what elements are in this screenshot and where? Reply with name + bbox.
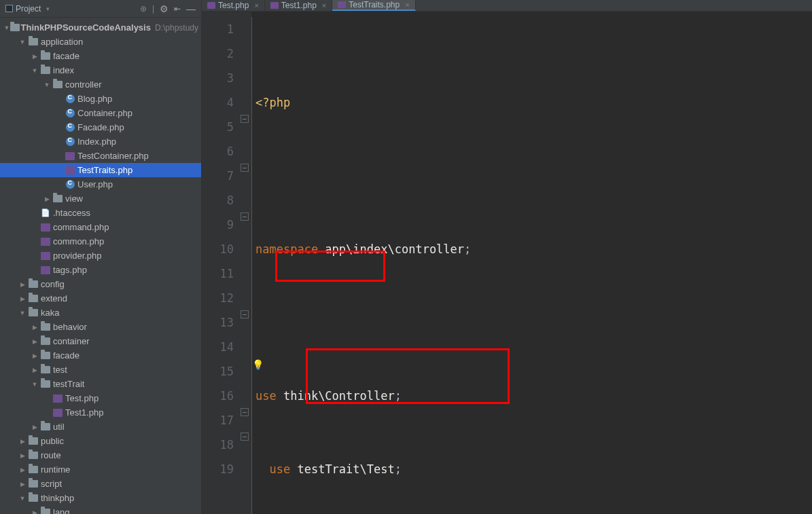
tree-label: testTrait	[53, 379, 84, 389]
line-number: 14	[202, 335, 234, 359]
editor-body: 12345678910111213141516171819 − − − − − …	[202, 12, 812, 514]
folder-icon	[29, 295, 38, 302]
tree-item[interactable]: ▶config	[0, 277, 201, 291]
tree-item[interactable]: ▶route	[0, 448, 201, 462]
chevron-right-icon[interactable]: ▶	[18, 438, 27, 445]
tree-item[interactable]: ▶lang	[0, 505, 201, 514]
tree-item[interactable]: provider.php	[0, 249, 201, 263]
tree-item[interactable]: TestTraits.php	[0, 163, 201, 177]
chevron-right-icon[interactable]: ▶	[18, 481, 27, 488]
close-icon[interactable]: ×	[254, 1, 258, 10]
tree-item[interactable]: Facade.php	[0, 120, 201, 134]
tree-item[interactable]: ▼kaka	[0, 306, 201, 320]
tab-label: Test.php	[218, 1, 249, 10]
collapse-icon[interactable]: ⇤	[174, 4, 181, 14]
fold-column: − − − − − − 💡	[239, 12, 251, 514]
gear-icon[interactable]: ⚙	[160, 3, 169, 14]
fold-icon[interactable]: −	[241, 433, 249, 441]
tree-label: util	[53, 422, 65, 432]
project-sidebar: Project ▾ ⊕ | ⚙ ⇤ — ▼ ThinkPHPSourceCode…	[0, 0, 202, 514]
line-number: 9	[202, 213, 234, 237]
tree-root[interactable]: ▼ ThinkPHPSourceCodeAnalysis D:\phpstudy	[0, 20, 201, 35]
tree-item[interactable]: command.php	[0, 220, 201, 234]
tree-item[interactable]: ▶util	[0, 420, 201, 434]
folder-icon	[53, 195, 63, 202]
tree-item[interactable]: common.php	[0, 234, 201, 249]
tree-label: TestTraits.php	[77, 165, 133, 175]
fold-icon[interactable]: −	[241, 408, 249, 416]
chevron-right-icon[interactable]: ▶	[18, 466, 27, 473]
tree-item[interactable]: ▶behavior	[0, 320, 201, 334]
tree-item[interactable]: ▶public	[0, 434, 201, 448]
fold-icon[interactable]: −	[241, 164, 249, 172]
tree-item[interactable]: ▼testTrait	[0, 377, 201, 391]
chevron-right-icon[interactable]: ▶	[30, 509, 39, 515]
chevron-down-icon[interactable]: ▼	[18, 310, 27, 316]
chevron-down-icon[interactable]: ▼	[30, 381, 39, 388]
tree-item[interactable]: ▶facade	[0, 49, 201, 63]
folder-icon	[29, 280, 38, 288]
code-area[interactable]: <?php namespace app\index\controller; us…	[251, 12, 812, 514]
editor-tab[interactable]: TestTraits.php×	[332, 0, 415, 11]
tree-item[interactable]: ▶facade	[0, 348, 201, 363]
hide-icon[interactable]: —	[186, 3, 196, 14]
close-icon[interactable]: ×	[322, 1, 326, 10]
chevron-down-icon[interactable]: ▼	[42, 81, 52, 88]
tree-item[interactable]: 📄.htaccess	[0, 206, 201, 220]
tree-item[interactable]: ▶runtime	[0, 462, 201, 477]
tree-item[interactable]: Test.php	[0, 391, 201, 405]
tree-label: behavior	[53, 322, 87, 332]
tree-item[interactable]: ▼application	[0, 35, 201, 49]
tree-item[interactable]: Container.php	[0, 106, 201, 120]
chevron-right-icon[interactable]: ▶	[18, 281, 27, 288]
chevron-right-icon[interactable]: ▶	[30, 324, 39, 331]
chevron-down-icon[interactable]: ▼	[18, 495, 27, 502]
folder-icon	[41, 337, 50, 345]
tree-item[interactable]: ▶script	[0, 477, 201, 491]
chevron-right-icon[interactable]: ▶	[30, 338, 39, 345]
tree-item[interactable]: ▶container	[0, 334, 201, 348]
chevron-right-icon[interactable]: ▶	[30, 424, 39, 430]
tree-label: command.php	[53, 222, 109, 232]
tree-label: Container.php	[77, 108, 133, 118]
chevron-right-icon[interactable]: ▶	[30, 367, 39, 373]
editor-tab[interactable]: Test.php×	[202, 0, 265, 11]
tree-label: script	[41, 479, 62, 489]
chevron-right-icon[interactable]: ▶	[42, 196, 52, 202]
chevron-right-icon[interactable]: ▶	[18, 452, 27, 459]
chevron-down-icon[interactable]: ▼	[30, 67, 39, 74]
fold-icon[interactable]: −	[241, 213, 249, 221]
tree-item[interactable]: Index.php	[0, 134, 201, 149]
tree-label: extend	[41, 293, 67, 304]
tree-item[interactable]: ▶view	[0, 191, 201, 206]
chevron-down-icon[interactable]: ▼	[4, 24, 10, 31]
fold-icon[interactable]: −	[241, 310, 249, 318]
fold-icon[interactable]: −	[241, 115, 249, 123]
tree-item[interactable]: tags.php	[0, 263, 201, 277]
line-number: 15	[202, 359, 234, 384]
tree-item[interactable]: ▼controller	[0, 77, 201, 92]
chevron-down-icon[interactable]: ▼	[18, 39, 27, 45]
tree-label: lang	[53, 507, 70, 514]
close-icon[interactable]: ×	[405, 1, 409, 9]
chevron-right-icon[interactable]: ▶	[30, 352, 39, 359]
tree-item[interactable]: TestContainer.php	[0, 149, 201, 163]
class-icon	[66, 137, 75, 146]
tree-item[interactable]: ▼thinkphp	[0, 491, 201, 505]
editor-tab[interactable]: Test1.php×	[265, 0, 332, 11]
chevron-right-icon[interactable]: ▶	[30, 53, 39, 60]
tree-item[interactable]: ▶extend	[0, 291, 201, 306]
crosshair-icon[interactable]: ⊕	[140, 4, 147, 14]
folder-icon	[41, 423, 50, 430]
tree-item[interactable]: Test1.php	[0, 405, 201, 420]
tree-item[interactable]: ▼index	[0, 63, 201, 77]
tree-item[interactable]: ▶test	[0, 363, 201, 377]
chevron-right-icon[interactable]: ▶	[18, 295, 27, 302]
tree-label: Index.php	[77, 136, 116, 147]
tree-item[interactable]: User.php	[0, 177, 201, 191]
line-number: 13	[202, 310, 234, 335]
tree-item[interactable]: Blog.php	[0, 92, 201, 106]
dropdown-icon[interactable]: ▾	[46, 5, 50, 12]
tree-label: container	[53, 336, 89, 346]
line-number: 10	[202, 237, 234, 261]
